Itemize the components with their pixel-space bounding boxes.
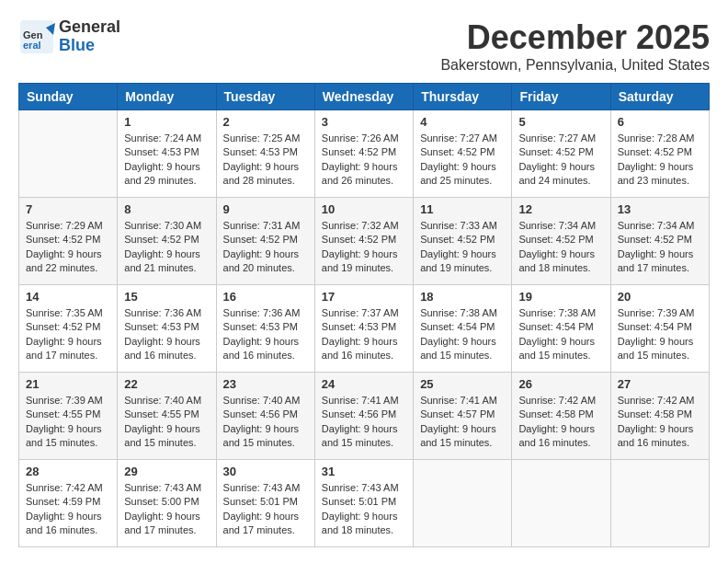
location: Bakerstown, Pennsylvania, United States xyxy=(440,57,710,74)
calendar-header-row: SundayMondayTuesdayWednesdayThursdayFrid… xyxy=(19,84,710,110)
day-number: 12 xyxy=(518,202,603,216)
day-info: Sunrise: 7:37 AMSunset: 4:53 PMDaylight:… xyxy=(322,306,406,363)
day-info: Sunrise: 7:42 AMSunset: 4:58 PMDaylight:… xyxy=(618,394,702,451)
col-header-thursday: Thursday xyxy=(414,84,512,110)
day-number: 10 xyxy=(322,202,406,216)
day-info: Sunrise: 7:38 AMSunset: 4:54 PMDaylight:… xyxy=(420,306,505,363)
calendar-cell: 9Sunrise: 7:31 AMSunset: 4:52 PMDaylight… xyxy=(216,198,314,285)
day-info: Sunrise: 7:33 AMSunset: 4:52 PMDaylight:… xyxy=(420,219,505,276)
col-header-saturday: Saturday xyxy=(610,84,709,110)
day-info: Sunrise: 7:38 AMSunset: 4:54 PMDaylight:… xyxy=(518,306,603,363)
day-number: 15 xyxy=(124,290,209,304)
calendar-week-row: 7Sunrise: 7:29 AMSunset: 4:52 PMDaylight… xyxy=(19,198,710,285)
calendar-cell xyxy=(610,460,709,547)
calendar-cell: 19Sunrise: 7:38 AMSunset: 4:54 PMDayligh… xyxy=(512,285,610,373)
day-info: Sunrise: 7:32 AMSunset: 4:52 PMDaylight:… xyxy=(322,219,406,276)
calendar-cell: 11Sunrise: 7:33 AMSunset: 4:52 PMDayligh… xyxy=(414,198,512,285)
day-number: 21 xyxy=(26,377,110,391)
calendar-cell: 16Sunrise: 7:36 AMSunset: 4:53 PMDayligh… xyxy=(216,285,314,373)
day-info: Sunrise: 7:30 AMSunset: 4:52 PMDaylight:… xyxy=(124,219,209,276)
calendar-cell: 1Sunrise: 7:24 AMSunset: 4:53 PMDaylight… xyxy=(118,110,216,198)
day-info: Sunrise: 7:39 AMSunset: 4:54 PMDaylight:… xyxy=(618,306,702,363)
day-number: 26 xyxy=(518,377,603,391)
calendar-cell: 8Sunrise: 7:30 AMSunset: 4:52 PMDaylight… xyxy=(118,198,216,285)
calendar-cell: 6Sunrise: 7:28 AMSunset: 4:52 PMDaylight… xyxy=(610,110,709,198)
day-info: Sunrise: 7:31 AMSunset: 4:52 PMDaylight:… xyxy=(223,219,308,276)
calendar-week-row: 14Sunrise: 7:35 AMSunset: 4:52 PMDayligh… xyxy=(19,285,710,373)
day-info: Sunrise: 7:28 AMSunset: 4:52 PMDaylight:… xyxy=(618,132,702,189)
day-number: 31 xyxy=(322,465,406,478)
day-info: Sunrise: 7:34 AMSunset: 4:52 PMDaylight:… xyxy=(618,219,702,276)
day-number: 22 xyxy=(124,377,209,391)
day-number: 17 xyxy=(322,290,406,304)
calendar-week-row: 1Sunrise: 7:24 AMSunset: 4:53 PMDaylight… xyxy=(19,110,710,198)
day-number: 23 xyxy=(223,377,308,391)
day-number: 24 xyxy=(322,377,406,391)
day-info: Sunrise: 7:27 AMSunset: 4:52 PMDaylight:… xyxy=(518,132,603,189)
day-info: Sunrise: 7:42 AMSunset: 4:59 PMDaylight:… xyxy=(26,481,110,538)
calendar-cell: 12Sunrise: 7:34 AMSunset: 4:52 PMDayligh… xyxy=(512,198,610,285)
calendar-cell: 24Sunrise: 7:41 AMSunset: 4:56 PMDayligh… xyxy=(314,373,413,460)
calendar-cell xyxy=(414,460,512,547)
svg-text:eral: eral xyxy=(23,40,41,51)
day-number: 13 xyxy=(618,202,702,216)
day-number: 30 xyxy=(223,465,308,478)
day-number: 8 xyxy=(124,202,209,216)
col-header-friday: Friday xyxy=(512,84,610,110)
calendar-table: SundayMondayTuesdayWednesdayThursdayFrid… xyxy=(18,83,710,547)
day-info: Sunrise: 7:40 AMSunset: 4:56 PMDaylight:… xyxy=(223,394,308,451)
page-header: Gen eral General Blue December 2025 Bake… xyxy=(18,18,710,74)
col-header-tuesday: Tuesday xyxy=(216,84,314,110)
day-number: 11 xyxy=(420,202,505,216)
col-header-wednesday: Wednesday xyxy=(314,84,413,110)
day-number: 25 xyxy=(420,377,505,391)
logo-blue: Blue xyxy=(59,37,120,55)
month-title: December 2025 xyxy=(440,18,710,57)
day-number: 3 xyxy=(322,115,406,129)
col-header-monday: Monday xyxy=(118,84,216,110)
day-number: 28 xyxy=(26,465,110,478)
day-number: 29 xyxy=(124,465,209,478)
calendar-cell: 13Sunrise: 7:34 AMSunset: 4:52 PMDayligh… xyxy=(610,198,709,285)
day-info: Sunrise: 7:36 AMSunset: 4:53 PMDaylight:… xyxy=(223,306,308,363)
day-number: 2 xyxy=(223,115,308,129)
calendar-week-row: 28Sunrise: 7:42 AMSunset: 4:59 PMDayligh… xyxy=(19,460,710,547)
day-number: 4 xyxy=(420,115,505,129)
day-number: 9 xyxy=(223,202,308,216)
day-number: 7 xyxy=(26,202,110,216)
calendar-cell: 31Sunrise: 7:43 AMSunset: 5:01 PMDayligh… xyxy=(314,460,413,547)
calendar-cell: 2Sunrise: 7:25 AMSunset: 4:53 PMDaylight… xyxy=(216,110,314,198)
day-number: 6 xyxy=(618,115,702,129)
day-number: 14 xyxy=(26,290,110,304)
calendar-cell: 17Sunrise: 7:37 AMSunset: 4:53 PMDayligh… xyxy=(314,285,413,373)
day-info: Sunrise: 7:25 AMSunset: 4:53 PMDaylight:… xyxy=(223,132,308,189)
title-block: December 2025 Bakerstown, Pennsylvania, … xyxy=(440,18,710,74)
day-info: Sunrise: 7:29 AMSunset: 4:52 PMDaylight:… xyxy=(26,219,110,276)
day-info: Sunrise: 7:27 AMSunset: 4:52 PMDaylight:… xyxy=(420,132,505,189)
day-info: Sunrise: 7:34 AMSunset: 4:52 PMDaylight:… xyxy=(518,219,603,276)
logo-icon: Gen eral xyxy=(18,18,55,55)
logo-text: General Blue xyxy=(59,18,120,55)
day-info: Sunrise: 7:39 AMSunset: 4:55 PMDaylight:… xyxy=(26,394,110,451)
calendar-cell: 20Sunrise: 7:39 AMSunset: 4:54 PMDayligh… xyxy=(610,285,709,373)
logo: Gen eral General Blue xyxy=(18,18,120,55)
calendar-cell: 22Sunrise: 7:40 AMSunset: 4:55 PMDayligh… xyxy=(118,373,216,460)
calendar-cell: 26Sunrise: 7:42 AMSunset: 4:58 PMDayligh… xyxy=(512,373,610,460)
day-number: 5 xyxy=(518,115,603,129)
calendar-cell: 15Sunrise: 7:36 AMSunset: 4:53 PMDayligh… xyxy=(118,285,216,373)
day-info: Sunrise: 7:41 AMSunset: 4:56 PMDaylight:… xyxy=(322,394,406,451)
calendar-cell: 14Sunrise: 7:35 AMSunset: 4:52 PMDayligh… xyxy=(19,285,118,373)
day-info: Sunrise: 7:24 AMSunset: 4:53 PMDaylight:… xyxy=(124,132,209,189)
calendar-cell: 29Sunrise: 7:43 AMSunset: 5:00 PMDayligh… xyxy=(118,460,216,547)
calendar-cell: 21Sunrise: 7:39 AMSunset: 4:55 PMDayligh… xyxy=(19,373,118,460)
calendar-cell xyxy=(19,110,118,198)
col-header-sunday: Sunday xyxy=(19,84,118,110)
calendar-cell: 27Sunrise: 7:42 AMSunset: 4:58 PMDayligh… xyxy=(610,373,709,460)
calendar-week-row: 21Sunrise: 7:39 AMSunset: 4:55 PMDayligh… xyxy=(19,373,710,460)
day-info: Sunrise: 7:43 AMSunset: 5:00 PMDaylight:… xyxy=(124,481,209,538)
calendar-cell: 23Sunrise: 7:40 AMSunset: 4:56 PMDayligh… xyxy=(216,373,314,460)
day-number: 18 xyxy=(420,290,505,304)
day-number: 1 xyxy=(124,115,209,129)
day-number: 27 xyxy=(618,377,702,391)
day-info: Sunrise: 7:26 AMSunset: 4:52 PMDaylight:… xyxy=(322,132,406,189)
